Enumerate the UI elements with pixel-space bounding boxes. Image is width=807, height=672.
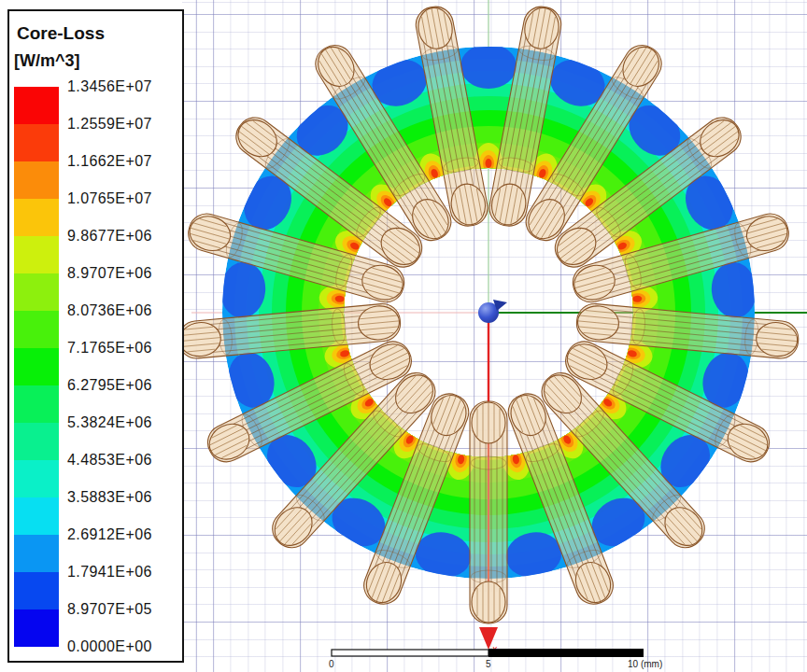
legend-value: 1.7941E+06 — [67, 565, 152, 580]
design-viewport[interactable]: x 0 5 10 (mm) Core-Loss [W/m^3] 1.3456E+… — [0, 0, 807, 672]
legend-value: 7.1765E+06 — [67, 341, 152, 356]
winding-coil — [470, 401, 507, 623]
legend-value: 1.3456E+07 — [67, 79, 152, 94]
legend-color-band — [14, 423, 59, 460]
legend-value: 1.0765E+07 — [67, 191, 152, 206]
legend-value: 1.2559E+07 — [67, 117, 152, 132]
legend-color-band — [14, 199, 59, 236]
legend-value: 1.1662E+07 — [67, 154, 152, 169]
legend-value: 8.9707E+05 — [67, 602, 152, 617]
legend-color-band — [14, 273, 59, 311]
legend-panel[interactable]: Core-Loss [W/m^3] 1.3456E+071.2559E+071.… — [7, 9, 184, 663]
legend-value: 0.0000E+00 — [67, 639, 152, 654]
origin-marker — [478, 300, 507, 323]
legend-color-band — [14, 535, 59, 572]
legend-value: 9.8677E+06 — [67, 229, 152, 244]
legend-color-band — [14, 385, 59, 423]
scale-ruler: 0 5 10 (mm) — [329, 649, 662, 669]
legend-color-band — [14, 348, 59, 385]
ruler-tick-0: 0 — [329, 659, 334, 669]
ruler-tick-10mm: 10 (mm) — [628, 659, 662, 669]
legend-color-band — [14, 161, 59, 199]
legend-color-band — [14, 572, 59, 609]
legend-value: 3.5883E+06 — [67, 490, 152, 505]
legend-value: 8.0736E+06 — [67, 303, 152, 318]
legend-value: 8.9707E+06 — [67, 266, 152, 281]
legend-value: 5.3824E+06 — [67, 415, 152, 430]
legend-value: 2.6912E+06 — [67, 527, 152, 542]
legend-color-band — [14, 497, 59, 535]
legend-title: Core-Loss — [17, 23, 105, 44]
legend-color-band — [14, 124, 59, 161]
legend-units: [W/m^3] — [14, 51, 80, 71]
ruler-tick-5: 5 — [486, 659, 491, 669]
legend-value: 4.4853E+06 — [67, 453, 152, 468]
legend-color-band — [14, 460, 59, 497]
legend-color-band — [14, 87, 59, 124]
legend-color-band — [14, 236, 59, 273]
legend-color-band — [14, 609, 59, 647]
legend-colorbar — [14, 87, 59, 647]
legend-color-band — [14, 311, 59, 348]
legend-value: 6.2795E+06 — [67, 378, 152, 393]
